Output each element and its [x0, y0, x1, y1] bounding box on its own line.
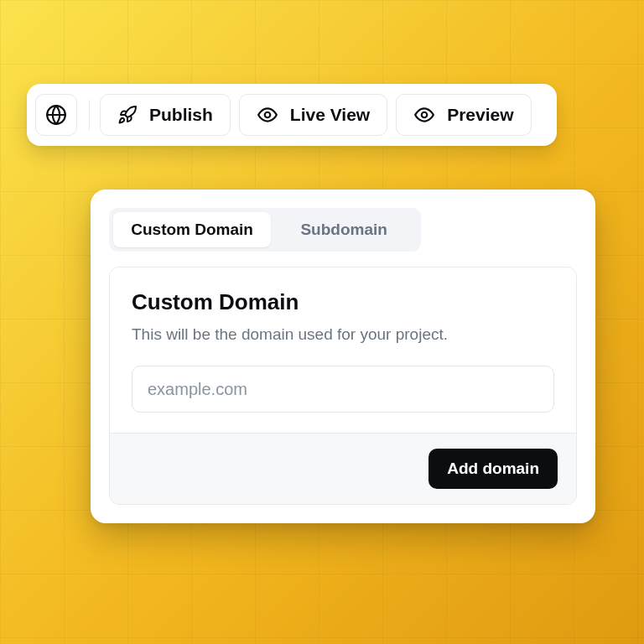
- panel-description: This will be the domain used for your pr…: [132, 325, 554, 344]
- domain-tabs: Custom Domain Subdomain: [109, 208, 421, 252]
- tab-subdomain[interactable]: Subdomain: [271, 212, 417, 247]
- toolbar: Publish Live View Preview: [27, 84, 557, 146]
- svg-point-2: [265, 112, 271, 118]
- live-view-button[interactable]: Live View: [239, 94, 387, 136]
- eye-icon: [257, 104, 278, 126]
- publish-label: Publish: [149, 105, 213, 125]
- add-domain-button[interactable]: Add domain: [428, 449, 558, 489]
- globe-icon: [45, 104, 67, 126]
- panel-title: Custom Domain: [132, 289, 554, 315]
- domain-popover: Custom Domain Subdomain Custom Domain Th…: [91, 190, 595, 523]
- tab-custom-domain[interactable]: Custom Domain: [113, 212, 271, 247]
- domain-input[interactable]: [132, 366, 554, 413]
- svg-point-3: [422, 112, 428, 118]
- divider: [89, 100, 90, 130]
- panel-body: Custom Domain This will be the domain us…: [110, 267, 576, 433]
- panel-footer: Add domain: [110, 433, 576, 504]
- custom-domain-panel: Custom Domain This will be the domain us…: [109, 267, 577, 505]
- rocket-icon: [117, 105, 138, 125]
- preview-button[interactable]: Preview: [396, 94, 531, 136]
- publish-button[interactable]: Publish: [100, 94, 231, 136]
- globe-button[interactable]: [35, 94, 77, 136]
- live-view-label: Live View: [290, 105, 370, 125]
- preview-label: Preview: [447, 105, 513, 125]
- eye-icon: [413, 104, 435, 126]
